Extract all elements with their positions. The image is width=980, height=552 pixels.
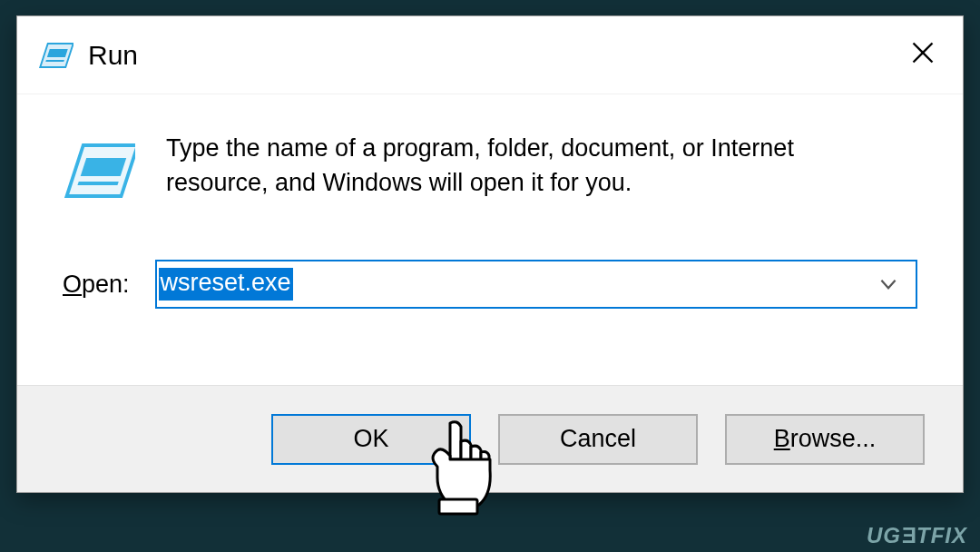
button-row: OK Cancel Browse... <box>17 385 963 492</box>
watermark: UGETFIX <box>867 523 967 548</box>
cancel-button[interactable]: Cancel <box>498 414 698 465</box>
close-button[interactable] <box>908 38 937 67</box>
open-row: Open: wsreset.exe <box>63 260 917 309</box>
run-icon-small <box>37 37 74 74</box>
open-label: Open: <box>63 271 130 299</box>
title-bar: Run <box>17 16 963 94</box>
svg-rect-1 <box>47 49 68 57</box>
info-row: Type the name of a program, folder, docu… <box>63 131 917 209</box>
instruction-text: Type the name of a program, folder, docu… <box>166 131 892 201</box>
open-combobox[interactable]: wsreset.exe <box>155 260 917 309</box>
cancel-button-label: Cancel <box>560 425 636 453</box>
chevron-down-icon <box>877 272 900 296</box>
run-dialog: Run Type the name of a program, folder, … <box>16 15 964 493</box>
close-icon <box>910 40 936 65</box>
ok-button[interactable]: OK <box>271 414 471 465</box>
svg-rect-8 <box>439 499 477 514</box>
dialog-title: Run <box>88 40 138 71</box>
open-dropdown-button[interactable] <box>861 261 916 307</box>
browse-button[interactable]: Browse... <box>725 414 925 465</box>
svg-rect-6 <box>81 158 126 176</box>
run-icon-large <box>63 136 135 209</box>
dialog-body: Type the name of a program, folder, docu… <box>17 94 963 309</box>
browse-button-label: Browse... <box>774 425 877 453</box>
ok-button-label: OK <box>353 425 388 453</box>
open-input[interactable]: wsreset.exe <box>157 261 861 307</box>
open-input-value: wsreset.exe <box>159 268 293 301</box>
